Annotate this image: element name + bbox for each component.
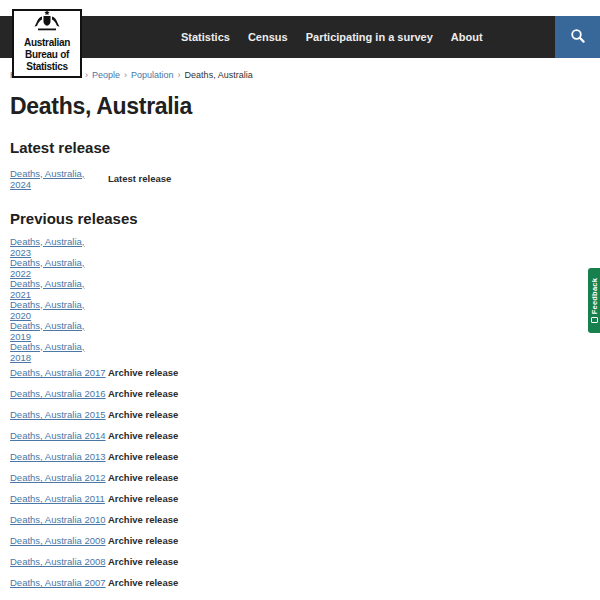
- logo-text-line1: Australian: [16, 37, 78, 48]
- header-bar: Statistics Census Participating in a sur…: [0, 16, 600, 58]
- archive-badge: Archive release: [108, 451, 178, 462]
- speech-bubble-icon: [591, 317, 598, 323]
- archive-badge: Archive release: [108, 367, 178, 378]
- coat-of-arms-icon: [16, 10, 78, 36]
- archive-badge: Archive release: [108, 535, 178, 546]
- search-button[interactable]: [555, 16, 600, 58]
- archive-badge: Archive release: [108, 514, 178, 525]
- release-row: Deaths, Australia, 2022: [10, 257, 600, 278]
- release-row: Deaths, Australia, 2020: [10, 299, 600, 320]
- release-link[interactable]: Deaths, Australia 2010: [10, 514, 108, 525]
- release-row: Deaths, Australia 2012 Archive release: [10, 467, 600, 488]
- archive-badge: Archive release: [108, 388, 178, 399]
- abs-logo[interactable]: Australian Bureau of Statistics: [12, 9, 82, 78]
- release-link[interactable]: Deaths, Australia, 2019: [10, 320, 108, 342]
- breadcrumb-link-people[interactable]: People: [92, 70, 120, 80]
- release-link[interactable]: Deaths, Australia, 2018: [10, 341, 108, 363]
- release-link[interactable]: Deaths, Australia 2011: [10, 493, 108, 504]
- release-row: Deaths, Australia 2017 Archive release: [10, 362, 600, 383]
- breadcrumb: Home › Statistics › People › Population …: [10, 70, 600, 80]
- release-link[interactable]: Deaths, Australia 2015: [10, 409, 108, 420]
- release-link[interactable]: Deaths, Australia, 2020: [10, 299, 108, 321]
- release-link[interactable]: Deaths, Australia 2012: [10, 472, 108, 483]
- release-link[interactable]: Deaths, Australia 2007: [10, 577, 108, 588]
- release-row: Deaths, Australia, 2019: [10, 320, 600, 341]
- release-row: Deaths, Australia, 2023: [10, 236, 600, 257]
- nav-item-participating[interactable]: Participating in a survey: [306, 31, 433, 43]
- feedback-tab[interactable]: Feedback: [588, 268, 600, 333]
- release-link[interactable]: Deaths, Australia, 2023: [10, 236, 108, 258]
- release-link[interactable]: Deaths, Australia 2016: [10, 388, 108, 399]
- release-link[interactable]: Deaths, Australia, 2022: [10, 257, 108, 279]
- release-row: Deaths, Australia 2010 Archive release: [10, 509, 600, 530]
- archive-badge: Archive release: [108, 472, 178, 483]
- archive-badge: Archive release: [108, 556, 178, 567]
- release-link[interactable]: Deaths, Australia 2017: [10, 367, 108, 378]
- previous-releases-heading: Previous releases: [10, 210, 600, 227]
- previous-releases-list: Deaths, Australia, 2023 Deaths, Australi…: [10, 236, 600, 600]
- release-link[interactable]: Deaths, Australia, 2021: [10, 278, 108, 300]
- release-link[interactable]: Deaths, Australia 2014: [10, 430, 108, 441]
- release-row: Deaths, Australia, 2018: [10, 341, 600, 362]
- breadcrumb-separator: ›: [124, 70, 127, 80]
- archive-badge: Archive release: [108, 577, 178, 588]
- main-nav: Statistics Census Participating in a sur…: [181, 31, 483, 43]
- release-row: Deaths, Australia 2006 Archive release: [10, 593, 600, 600]
- release-row: Deaths, Australia 2015 Archive release: [10, 404, 600, 425]
- latest-release-heading: Latest release: [10, 139, 600, 156]
- logo-text-line3: Statistics: [16, 61, 78, 72]
- release-row: Deaths, Australia 2013 Archive release: [10, 446, 600, 467]
- breadcrumb-separator: ›: [178, 70, 181, 80]
- release-row: Deaths, Australia 2014 Archive release: [10, 425, 600, 446]
- latest-release-row: Deaths, Australia, 2024 Latest release: [10, 168, 600, 189]
- archive-badge: Archive release: [108, 430, 178, 441]
- feedback-label: Feedback: [590, 278, 599, 314]
- release-row: Deaths, Australia, 2021: [10, 278, 600, 299]
- release-row: Deaths, Australia 2007 Archive release: [10, 572, 600, 593]
- site-header: Statistics Census Participating in a sur…: [0, 0, 600, 64]
- release-link[interactable]: Deaths, Australia 2008: [10, 556, 108, 567]
- latest-release-link[interactable]: Deaths, Australia, 2024: [10, 168, 108, 190]
- latest-release-badge: Latest release: [108, 173, 171, 184]
- logo-text-line2: Bureau of: [16, 49, 78, 60]
- release-row: Deaths, Australia 2011 Archive release: [10, 488, 600, 509]
- archive-badge: Archive release: [108, 493, 178, 504]
- nav-item-about[interactable]: About: [451, 31, 483, 43]
- page-title: Deaths, Australia: [10, 93, 600, 120]
- release-row: Deaths, Australia 2009 Archive release: [10, 530, 600, 551]
- release-row: Deaths, Australia 2008 Archive release: [10, 551, 600, 572]
- search-icon: [570, 28, 586, 47]
- archive-badge: Archive release: [108, 409, 178, 420]
- nav-item-statistics[interactable]: Statistics: [181, 31, 230, 43]
- release-link[interactable]: Deaths, Australia 2009: [10, 535, 108, 546]
- release-row: Deaths, Australia 2016 Archive release: [10, 383, 600, 404]
- nav-item-census[interactable]: Census: [248, 31, 288, 43]
- breadcrumb-link-population[interactable]: Population: [131, 70, 174, 80]
- release-link[interactable]: Deaths, Australia 2013: [10, 451, 108, 462]
- breadcrumb-current: Deaths, Australia: [185, 70, 253, 80]
- breadcrumb-separator: ›: [85, 70, 88, 80]
